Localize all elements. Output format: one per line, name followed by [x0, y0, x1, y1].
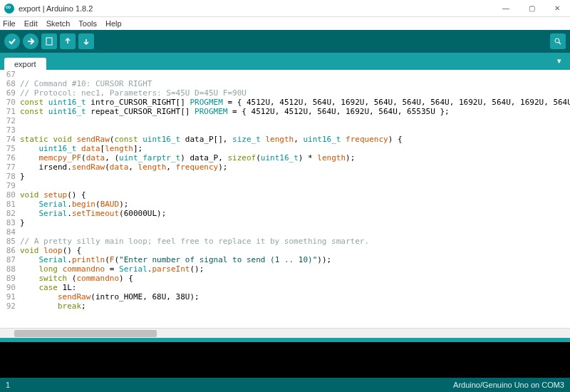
line-number: 75 — [0, 144, 20, 153]
code-line[interactable]: // Command #10: CURSOR RIGHT — [20, 79, 570, 88]
output-console[interactable] — [0, 342, 570, 378]
line-number: 87 — [0, 255, 20, 264]
code-line[interactable]: Serial.println(F("Enter number of signal… — [20, 255, 570, 264]
save-button[interactable] — [78, 33, 94, 49]
line-number: 81 — [0, 200, 20, 209]
tab-export[interactable]: export — [4, 58, 46, 71]
line-number: 84 — [0, 227, 20, 237]
scrollbar-thumb[interactable] — [14, 330, 157, 337]
menubar: File Edit Sketch Tools Help — [0, 17, 570, 30]
line-number: 72 — [0, 116, 20, 125]
code-line[interactable]: memcpy_PF(data, (uint_farptr_t) data_P, … — [20, 153, 570, 163]
code-line[interactable]: } — [20, 218, 570, 227]
line-number: 68 — [0, 79, 20, 88]
line-number: 82 — [0, 209, 20, 218]
window-title: export | Arduino 1.8.2 — [19, 4, 493, 13]
line-number: 80 — [0, 190, 20, 200]
code-line[interactable]: void setup() { — [20, 190, 570, 200]
code-line[interactable]: Serial.begin(BAUD); — [20, 200, 570, 209]
line-number: 73 — [0, 125, 20, 135]
line-number: 83 — [0, 218, 20, 227]
code-line[interactable]: static void sendRaw(const uint16_t data_… — [20, 135, 570, 144]
line-number: 76 — [0, 153, 20, 163]
line-number: 85 — [0, 237, 20, 246]
menu-sketch[interactable]: Sketch — [46, 19, 71, 28]
line-number: 69 — [0, 88, 20, 98]
code-line[interactable]: case 1L: — [20, 283, 570, 292]
code-line[interactable] — [20, 227, 570, 237]
new-button[interactable] — [41, 33, 57, 49]
line-number: 78 — [0, 172, 20, 181]
status-bar: 1 Arduino/Genuino Uno on COM3 — [0, 378, 570, 392]
svg-rect-0 — [46, 38, 52, 45]
menu-help[interactable]: Help — [105, 19, 122, 28]
code-line[interactable]: switch (commandno) { — [20, 274, 570, 283]
arduino-icon — [4, 4, 14, 14]
code-line[interactable]: const uint16_t repeat_CURSOR_RIGHT[] PRO… — [20, 107, 570, 116]
code-line[interactable]: sendRaw(intro_HOME, 68U, 38U); — [20, 292, 570, 301]
titlebar: export | Arduino 1.8.2 — ▢ ✕ — [0, 0, 570, 17]
code-line[interactable]: void loop() { — [20, 246, 570, 255]
line-number: 86 — [0, 246, 20, 255]
code-line[interactable] — [20, 125, 570, 135]
upload-button[interactable] — [23, 33, 38, 49]
code-line[interactable]: long commandno = Serial.parseInt(); — [20, 264, 570, 274]
line-number: 92 — [0, 301, 20, 311]
toolbar — [0, 30, 570, 53]
close-button[interactable]: ✕ — [544, 0, 570, 17]
code-line[interactable]: } — [20, 172, 570, 181]
status-line-number: 1 — [6, 381, 10, 389]
line-number: 77 — [0, 163, 20, 172]
verify-button[interactable] — [4, 33, 20, 49]
line-number: 79 — [0, 181, 20, 190]
code-line[interactable] — [20, 116, 570, 125]
code-line[interactable]: Serial.setTimeout(60000UL); — [20, 209, 570, 218]
line-number: 90 — [0, 283, 20, 292]
code-line[interactable]: irsend.sendRaw(data, length, frequency); — [20, 163, 570, 172]
line-number: 71 — [0, 107, 20, 116]
line-number: 70 — [0, 98, 20, 107]
code-line[interactable]: break; — [20, 301, 570, 311]
minimize-button[interactable]: — — [493, 0, 519, 17]
line-number: 74 — [0, 135, 20, 144]
menu-file[interactable]: File — [3, 19, 16, 28]
code-line[interactable]: const uint16_t intro_CURSOR_RIGHT[] PROG… — [20, 98, 570, 107]
code-line[interactable] — [20, 181, 570, 190]
editor-area: 6768// Command #10: CURSOR RIGHT69// Pro… — [0, 70, 570, 338]
line-number: 67 — [0, 70, 20, 79]
maximize-button[interactable]: ▢ — [519, 0, 544, 17]
status-board-port: Arduino/Genuino Uno on COM3 — [453, 381, 564, 389]
code-editor[interactable]: 6768// Command #10: CURSOR RIGHT69// Pro… — [0, 70, 570, 328]
serial-monitor-button[interactable] — [550, 33, 566, 49]
menu-edit[interactable]: Edit — [24, 19, 38, 28]
tab-row: export ▾ — [0, 53, 570, 70]
window-controls: — ▢ ✕ — [493, 0, 570, 17]
tab-menu-icon[interactable]: ▾ — [553, 54, 566, 67]
code-line[interactable]: uint16_t data[length]; — [20, 144, 570, 153]
menu-tools[interactable]: Tools — [78, 19, 97, 28]
code-line[interactable] — [20, 70, 570, 79]
horizontal-scrollbar[interactable] — [0, 328, 570, 338]
line-number: 88 — [0, 264, 20, 274]
line-number: 89 — [0, 274, 20, 283]
code-line[interactable]: // Protocol: nec1, Parameters: S=45U D=4… — [20, 88, 570, 98]
code-line[interactable]: // A pretty silly main loop; feel free t… — [20, 237, 570, 246]
open-button[interactable] — [60, 33, 76, 49]
line-number: 91 — [0, 292, 20, 301]
